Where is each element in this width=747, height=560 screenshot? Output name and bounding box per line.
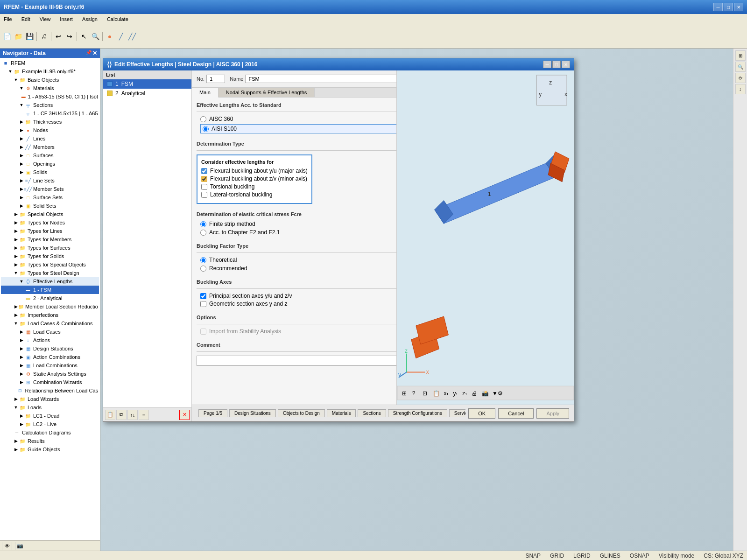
tree-comb-wizards[interactable]: ▶ ⊞ Combination Wizards xyxy=(1,378,99,386)
radio-recommended-input[interactable] xyxy=(200,266,206,272)
bottom-tab-objects[interactable]: Objects to Design xyxy=(278,409,325,417)
eff-toggle[interactable]: ▼ xyxy=(19,279,24,284)
dialog-maximize-btn[interactable]: □ xyxy=(552,61,561,68)
lc2-toggle[interactable]: ▶ xyxy=(19,422,24,427)
nav-eye-btn[interactable]: 👁 xyxy=(2,542,12,550)
cb-flexural-major[interactable]: Flexural buckling about y/u (major axis) xyxy=(201,168,308,174)
tree-guide-objects[interactable]: ▶ 📁 Guide Objects xyxy=(1,445,99,454)
tree-mat-item[interactable]: ▬ 1 - A653-15 (SS 50, CI 1) | Isot xyxy=(1,92,99,101)
linesets-toggle[interactable]: ▶ xyxy=(19,178,24,183)
node-btn[interactable]: ● xyxy=(105,31,115,42)
thick-toggle[interactable]: ▶ xyxy=(19,119,24,124)
dialog-minimize-btn[interactable]: ─ xyxy=(543,61,551,68)
tso-toggle[interactable]: ▶ xyxy=(13,254,19,259)
tree-types-surfaces[interactable]: ▶ 📁 Types for Surfaces xyxy=(1,244,99,252)
tst-toggle[interactable]: ▼ xyxy=(13,271,19,275)
nav-pin-icon[interactable]: 📌 xyxy=(86,50,92,56)
lc1-toggle[interactable]: ▶ xyxy=(19,413,24,418)
tree-loads[interactable]: ▼ 📁 Loads xyxy=(1,403,99,412)
new-btn[interactable]: 📄 xyxy=(2,31,12,42)
cb-torsional[interactable]: Torsional buckling xyxy=(201,183,308,190)
menu-file[interactable]: File xyxy=(2,15,14,23)
tsp-toggle[interactable]: ▶ xyxy=(13,262,19,267)
sa-toggle[interactable]: ▶ xyxy=(19,371,24,376)
tree-special[interactable]: ▶ 📁 Special Objects xyxy=(1,210,99,218)
tree-materials[interactable]: ▼ ⚙ Materials xyxy=(1,84,99,92)
cb-lateral-torsional-input[interactable] xyxy=(201,192,207,198)
cb-flexural-minor[interactable]: Flexural buckling about z/v (minor axis) xyxy=(201,175,308,182)
members-toggle[interactable]: ▶ xyxy=(19,145,24,149)
open-toggle[interactable]: ▶ xyxy=(19,161,24,166)
view-btn-1[interactable]: ⊞ xyxy=(735,50,746,61)
tree-sections[interactable]: ▼ ╤ Sections xyxy=(1,101,99,109)
tree-static-analysis[interactable]: ▶ ⚙ Static Analysis Settings xyxy=(1,370,99,378)
tree-solidsets[interactable]: ▶ ▣ Solid Sets xyxy=(1,202,99,210)
tree-load-cases[interactable]: ▶ ▦ Load Cases xyxy=(1,328,99,336)
tree-member-local[interactable]: ▶ 📁 Member Local Section Reductio xyxy=(1,302,99,311)
bottom-tab-strength[interactable]: Strength Configurations xyxy=(388,409,447,417)
tree-sec-item[interactable]: ╤ 1 - CF 3HU4.5x135 | 1 - A65 xyxy=(1,109,99,118)
radio-aisc360-input[interactable] xyxy=(200,116,206,122)
tree-load-cases-comb[interactable]: ▼ 📁 Load Cases & Combinations xyxy=(1,319,99,328)
lc-toggle[interactable]: ▶ xyxy=(19,329,24,334)
name-input[interactable] xyxy=(245,75,409,83)
ds-toggle[interactable]: ▶ xyxy=(19,346,24,351)
menu-view[interactable]: View xyxy=(38,15,53,23)
tree-types-lines[interactable]: ▶ 📁 Types for Lines xyxy=(1,227,99,235)
tab-nodal[interactable]: Nodal Supports & Effective Lengths xyxy=(218,88,315,97)
view-btn-2[interactable]: 🔍 xyxy=(735,62,746,72)
tree-lc1[interactable]: ▶ 📁 LC1 - Dead xyxy=(1,412,99,420)
nav-close-icon[interactable]: ✕ xyxy=(92,50,97,56)
tree-types-members[interactable]: ▶ 📁 Types for Members xyxy=(1,235,99,244)
cb-torsional-input[interactable] xyxy=(201,184,207,190)
status-osnap[interactable]: OSNAP xyxy=(630,553,649,559)
surf-toggle[interactable]: ▶ xyxy=(19,153,24,158)
nodes-toggle[interactable]: ▶ xyxy=(19,128,24,133)
bottom-tab-design-sit[interactable]: Design Situations xyxy=(229,409,276,417)
list-item-analytical[interactable]: 2 Analytical xyxy=(103,89,191,98)
zoom-btn[interactable]: 🔍 xyxy=(90,31,100,42)
tree-types-nodes[interactable]: ▶ 📁 Types for Nodes xyxy=(1,218,99,227)
tree-lines[interactable]: ▶ ╱ Lines xyxy=(1,134,99,143)
tree-load-comb[interactable]: ▶ ▦ Load Combinations xyxy=(1,361,99,370)
tree-example[interactable]: ▼ 📁 Example III-9B only.rf6* xyxy=(1,67,99,76)
tree-types-steel[interactable]: ▼ 📁 Types for Steel Design xyxy=(1,269,99,277)
act-toggle[interactable]: ▶ xyxy=(19,338,24,343)
tree-action-comb[interactable]: ▶ ▣ Action Combinations xyxy=(1,353,99,361)
menu-edit[interactable]: Edit xyxy=(20,15,32,23)
tree-analytical[interactable]: ▬ 2 - Analytical xyxy=(1,294,99,302)
solids-toggle[interactable]: ▶ xyxy=(19,170,24,175)
cb-principal-axes-input[interactable] xyxy=(200,293,206,299)
dialog-close-btn[interactable]: ✕ xyxy=(562,61,570,68)
tree-lc2[interactable]: ▶ 📁 LC2 - Live xyxy=(1,420,99,428)
nav-camera-btn[interactable]: 📷 xyxy=(15,542,25,550)
menu-assign[interactable]: Assign xyxy=(80,15,99,23)
tree-fsm[interactable]: ▬ 1 - FSM xyxy=(1,286,99,294)
tree-actions[interactable]: ▶ ↓ Actions xyxy=(1,336,99,344)
special-toggle[interactable]: ▶ xyxy=(13,212,19,217)
expand-icon[interactable]: ▼ xyxy=(7,69,13,74)
loads-toggle[interactable]: ▼ xyxy=(13,405,19,410)
bottom-tab-materials[interactable]: Materials xyxy=(327,409,356,417)
list-sort-btn[interactable]: ≡ xyxy=(139,410,149,420)
bottom-tab-sections[interactable]: Sections xyxy=(358,409,386,417)
tm-toggle[interactable]: ▶ xyxy=(13,237,19,242)
cb-lateral-torsional[interactable]: Lateral-torsional buckling xyxy=(201,191,308,198)
bottom-tab-service[interactable]: Serviceability Configurations xyxy=(449,409,465,417)
status-lgrid[interactable]: LGRID xyxy=(573,553,591,559)
tree-basic-objects[interactable]: ▼ 📁 Basic Objects xyxy=(1,76,99,84)
ml-toggle[interactable]: ▶ xyxy=(14,304,18,309)
surfacesets-toggle[interactable]: ▶ xyxy=(19,195,24,200)
tree-members[interactable]: ▶ ╱╱ Members xyxy=(1,143,99,151)
tree-membersets[interactable]: ▶ ≡╱╱ Member Sets xyxy=(1,185,99,193)
tree-types-special[interactable]: ▶ 📁 Types for Special Objects xyxy=(1,260,99,269)
bottom-tab-page[interactable]: Page 1/5 xyxy=(198,409,227,417)
tl-toggle[interactable]: ▶ xyxy=(13,229,19,233)
cw-toggle[interactable]: ▶ xyxy=(19,380,24,385)
view-btn-4[interactable]: ↕ xyxy=(735,84,746,94)
go-toggle[interactable]: ▶ xyxy=(13,447,19,452)
radio-fsm-input[interactable] xyxy=(200,221,206,227)
select-btn[interactable]: ↖ xyxy=(79,31,89,42)
cb-flexural-minor-input[interactable] xyxy=(201,176,207,182)
tree-solids[interactable]: ▶ ▣ Solids xyxy=(1,168,99,176)
